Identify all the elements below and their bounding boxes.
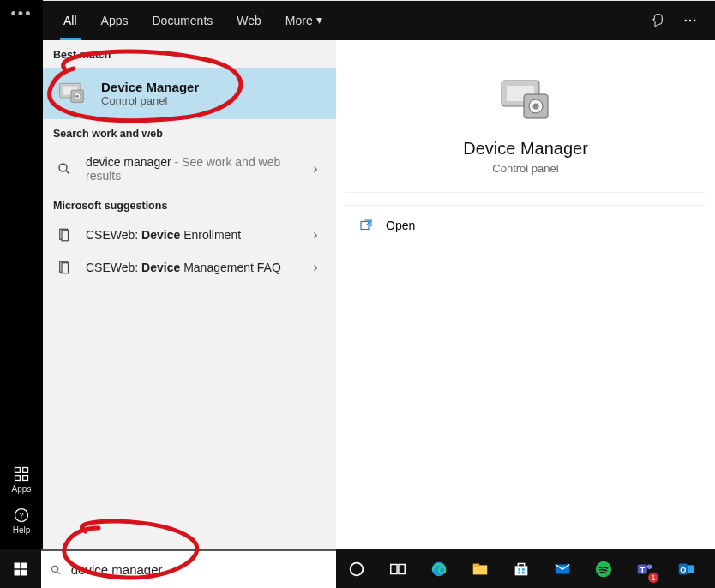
results-list: Best match Device Manager Control panel … xyxy=(43,40,336,549)
svg-point-6 xyxy=(685,20,687,21)
task-view-icon[interactable] xyxy=(377,549,418,588)
chevron-right-icon: › xyxy=(307,260,324,275)
outlook-icon[interactable]: O xyxy=(665,549,706,588)
search-topbar: All Apps Documents Web More▾ xyxy=(43,1,715,40)
sidebar-apps-label: Apps xyxy=(12,484,32,494)
page-icon xyxy=(55,260,74,275)
svg-rect-19 xyxy=(62,263,69,273)
search-input[interactable] xyxy=(71,562,327,577)
device-manager-icon xyxy=(55,76,89,111)
svg-rect-41 xyxy=(518,571,520,573)
preview-icon xyxy=(345,77,706,123)
chevron-down-icon: ▾ xyxy=(316,0,322,39)
svg-rect-28 xyxy=(15,569,21,575)
svg-rect-34 xyxy=(399,564,405,573)
file-explorer-icon[interactable] xyxy=(460,549,501,588)
open-action[interactable]: Open xyxy=(345,206,706,245)
suggestion-text: CSEWeb: Device Enrollment xyxy=(86,228,295,242)
svg-point-24 xyxy=(533,104,539,110)
help-icon: ? xyxy=(13,507,30,524)
svg-rect-3 xyxy=(23,475,28,480)
web-search-result[interactable]: device manager - See work and web result… xyxy=(43,147,336,191)
svg-point-7 xyxy=(689,20,691,21)
svg-rect-2 xyxy=(15,475,21,480)
spotify-icon[interactable] xyxy=(583,549,624,588)
sidebar-help-button[interactable]: ? Help xyxy=(0,500,43,541)
start-button[interactable] xyxy=(0,549,41,588)
section-ms-suggestions: Microsoft suggestions xyxy=(43,191,336,219)
svg-rect-37 xyxy=(473,563,479,567)
svg-rect-17 xyxy=(62,231,69,241)
tab-more[interactable]: More▾ xyxy=(273,1,334,40)
best-match-title: Device Manager xyxy=(101,80,199,94)
svg-point-47 xyxy=(647,564,652,569)
svg-point-8 xyxy=(694,20,695,21)
svg-rect-38 xyxy=(515,566,528,575)
page-icon xyxy=(55,227,74,243)
open-icon xyxy=(358,218,374,233)
web-search-text: device manager - See work and web result… xyxy=(86,155,295,183)
section-search-web: Search work and web xyxy=(43,119,336,147)
svg-point-14 xyxy=(59,164,67,171)
tab-apps[interactable]: Apps xyxy=(89,1,141,40)
svg-text:O: O xyxy=(680,565,686,573)
svg-rect-0 xyxy=(15,467,21,472)
windows-icon xyxy=(13,561,28,577)
svg-point-13 xyxy=(75,95,78,98)
svg-rect-26 xyxy=(15,562,21,568)
suggestion-text: CSEWeb: Device Management FAQ xyxy=(86,261,295,274)
svg-rect-42 xyxy=(522,571,525,573)
svg-rect-40 xyxy=(522,568,525,571)
svg-line-31 xyxy=(57,571,60,573)
taskbar-search[interactable] xyxy=(41,549,336,588)
tab-web[interactable]: Web xyxy=(225,1,273,40)
app-sidebar: ••• Apps ? Help xyxy=(0,0,43,588)
chevron-right-icon: › xyxy=(307,161,324,177)
svg-point-32 xyxy=(351,562,364,575)
svg-rect-27 xyxy=(21,562,27,568)
mail-icon[interactable] xyxy=(542,549,583,588)
svg-rect-39 xyxy=(518,568,520,571)
feedback-icon[interactable] xyxy=(650,13,665,28)
svg-line-15 xyxy=(66,171,69,174)
preview-pane: Device Manager Control panel Open xyxy=(336,40,715,549)
svg-rect-29 xyxy=(21,569,27,575)
best-match-subtitle: Control panel xyxy=(101,94,199,107)
section-best-match: Best match xyxy=(43,40,336,68)
apps-icon xyxy=(13,465,30,483)
notification-badge: 1 xyxy=(648,573,658,583)
taskbar-icons: T1 O xyxy=(336,549,706,588)
sidebar-help-label: Help xyxy=(13,525,31,535)
more-icon[interactable] xyxy=(682,13,698,28)
tab-documents[interactable]: Documents xyxy=(140,1,225,40)
svg-rect-25 xyxy=(361,222,369,230)
svg-rect-1 xyxy=(23,467,28,472)
svg-text:T: T xyxy=(640,565,645,573)
sidebar-menu-icon[interactable]: ••• xyxy=(0,5,43,23)
search-icon xyxy=(50,563,63,577)
search-panel: All Apps Documents Web More▾ Best match … xyxy=(43,0,715,549)
cortana-icon[interactable] xyxy=(336,549,377,588)
preview-title: Device Manager xyxy=(345,139,706,159)
store-icon[interactable] xyxy=(501,549,542,588)
preview-subtitle: Control panel xyxy=(345,162,706,175)
suggestion-row[interactable]: CSEWeb: Device Enrollment › xyxy=(43,219,336,251)
suggestion-row[interactable]: CSEWeb: Device Management FAQ › xyxy=(43,251,336,284)
teams-icon[interactable]: T1 xyxy=(624,549,665,588)
search-tabs: All Apps Documents Web More▾ xyxy=(51,1,334,40)
svg-rect-33 xyxy=(391,564,397,573)
open-label: Open xyxy=(386,219,415,232)
preview-card: Device Manager Control panel xyxy=(345,51,706,193)
svg-text:?: ? xyxy=(19,511,23,519)
svg-rect-50 xyxy=(688,565,694,573)
svg-point-30 xyxy=(51,566,57,572)
taskbar: T1 O xyxy=(0,549,715,588)
tab-all[interactable]: All xyxy=(51,1,89,40)
chevron-right-icon: › xyxy=(307,227,324,243)
sidebar-apps-button[interactable]: Apps xyxy=(0,459,43,500)
search-icon xyxy=(55,161,74,177)
best-match-result[interactable]: Device Manager Control panel xyxy=(43,68,336,119)
edge-icon[interactable] xyxy=(418,549,460,588)
